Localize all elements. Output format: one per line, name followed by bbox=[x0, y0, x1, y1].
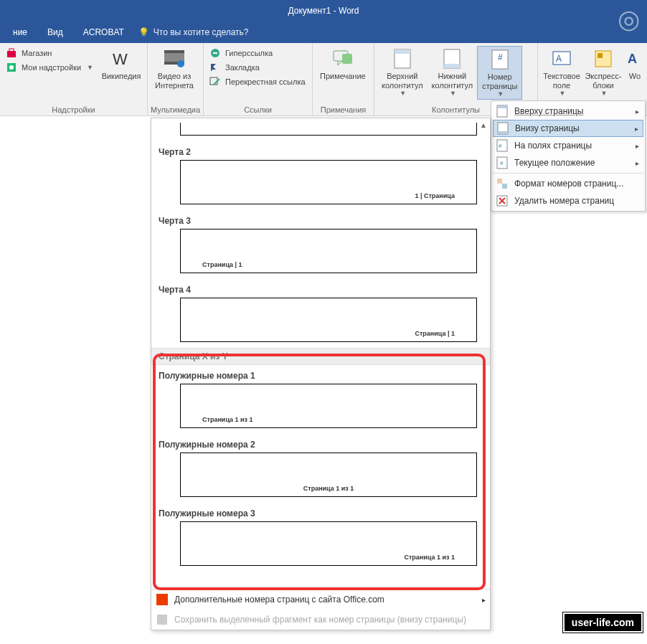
save-selection-label: Сохранить выделенный фрагмент как номер … bbox=[174, 615, 466, 625]
gallery-item-line4[interactable]: Черта 4 Страница | 1 bbox=[151, 279, 490, 342]
store-button[interactable]: Магазин bbox=[6, 47, 95, 59]
submenu-arrow-icon: ▸ bbox=[636, 142, 639, 150]
pn-page-margins[interactable]: # На полях страницы ▸ bbox=[493, 137, 643, 154]
crossref-label: Перекрестная ссылка bbox=[225, 77, 306, 86]
svg-rect-10 bbox=[211, 64, 212, 71]
svg-rect-15 bbox=[395, 49, 410, 54]
svg-rect-23 bbox=[598, 53, 603, 58]
chevron-down-icon: ▼ bbox=[559, 90, 566, 97]
pn-remove-numbers[interactable]: Удалить номера страниц bbox=[493, 192, 643, 209]
my-addins-button[interactable]: Мои надстройки▼ bbox=[6, 62, 95, 73]
footer-label: Нижний колонтитул bbox=[432, 72, 473, 90]
tell-me-label: Что вы хотите сделать? bbox=[154, 27, 249, 37]
submenu-arrow-icon: ▸ bbox=[482, 596, 486, 604]
pn-bottom-label: Внизу страницы bbox=[515, 123, 580, 133]
svg-rect-26 bbox=[497, 105, 507, 108]
textbox-icon: A bbox=[550, 47, 573, 70]
page-number-button[interactable]: # Номер страницы▼ bbox=[477, 46, 522, 100]
chevron-down-icon: ▼ bbox=[601, 90, 608, 97]
group-addins-label: Надстройки bbox=[3, 104, 144, 114]
page-number-menu: Вверху страницы ▸ Внизу страницы ▸ # На … bbox=[491, 100, 646, 212]
svg-rect-28 bbox=[498, 131, 508, 134]
lightbulb-icon: 💡 bbox=[138, 27, 149, 37]
gallery-footer: Дополнительные номера страниц с сайта Of… bbox=[151, 589, 490, 630]
gallery-section-header: Страница X из Y bbox=[151, 348, 490, 365]
pn-current-position[interactable]: # Текущее положение ▸ bbox=[493, 154, 643, 171]
decorative-swirl-icon: ◎ bbox=[618, 4, 640, 34]
crossref-button[interactable]: Перекрестная ссылка bbox=[209, 76, 306, 87]
bookmark-icon bbox=[209, 62, 221, 73]
pn-format-numbers[interactable]: Формат номеров страниц... bbox=[493, 175, 643, 192]
preview-text: Страница | 1 bbox=[202, 261, 242, 268]
gallery-item-line2[interactable]: Черта 2 1 | Страница bbox=[151, 123, 490, 204]
tab-view[interactable]: Вид bbox=[37, 22, 73, 43]
wordart-button[interactable]: A Wo bbox=[624, 46, 646, 82]
svg-rect-37 bbox=[157, 615, 167, 625]
bookmark-button[interactable]: Закладка bbox=[209, 62, 306, 73]
more-from-office-label: Дополнительные номера страниц с сайта Of… bbox=[174, 595, 384, 605]
tab-formatting[interactable]: ние bbox=[3, 22, 37, 43]
tab-acrobat[interactable]: ACROBAT bbox=[73, 22, 134, 43]
gallery-item-title: Черта 2 bbox=[151, 141, 490, 160]
svg-point-8 bbox=[177, 60, 184, 67]
pn-current-label: Текущее положение bbox=[514, 158, 595, 168]
svg-rect-6 bbox=[164, 50, 184, 53]
wordart-icon: A bbox=[623, 47, 646, 70]
comment-button[interactable]: Примечание bbox=[316, 46, 370, 82]
svg-rect-34 bbox=[502, 184, 507, 189]
wordart-label: Wo bbox=[629, 72, 641, 81]
video-icon bbox=[163, 47, 186, 70]
window-title: Документ1 - Word bbox=[288, 6, 359, 16]
chevron-down-icon: ▼ bbox=[497, 90, 504, 98]
quickparts-button[interactable]: Экспресс- блоки▼ bbox=[582, 46, 624, 98]
preview-text: 1 | Страница bbox=[415, 192, 455, 199]
pn-bottom-of-page[interactable]: Внизу страницы ▸ bbox=[493, 120, 643, 137]
header-icon bbox=[391, 47, 414, 70]
submenu-arrow-icon: ▸ bbox=[636, 159, 639, 167]
current-position-icon: # bbox=[496, 156, 509, 169]
svg-rect-11 bbox=[210, 77, 217, 85]
tell-me-search[interactable]: 💡 Что вы хотите сделать? bbox=[138, 27, 249, 37]
preview-text: Страница | 1 bbox=[415, 330, 455, 337]
submenu-arrow-icon: ▸ bbox=[636, 108, 639, 115]
chevron-down-icon: ▼ bbox=[400, 90, 406, 97]
remove-icon bbox=[496, 194, 509, 207]
hyperlink-button[interactable]: Гиперссылка bbox=[209, 47, 306, 59]
addins-icon bbox=[6, 62, 17, 73]
scroll-up-icon[interactable]: ▲ bbox=[480, 121, 487, 129]
gallery-item-bold3[interactable]: Полужирные номера 3 Страница 1 из 1 bbox=[151, 503, 490, 566]
preview-text: Страница 1 из 1 bbox=[202, 416, 253, 423]
group-links-label: Ссылки bbox=[207, 104, 309, 114]
wikipedia-button[interactable]: W Википедия bbox=[98, 46, 144, 82]
page-number-icon: # bbox=[488, 48, 511, 71]
page-number-label: Номер страницы bbox=[482, 72, 517, 90]
gallery-scroll[interactable]: Черта 2 1 | Страница Черта 3 Страница | … bbox=[151, 118, 490, 589]
svg-text:#: # bbox=[499, 143, 502, 149]
svg-text:#: # bbox=[500, 160, 504, 166]
format-icon bbox=[496, 177, 509, 190]
textbox-button[interactable]: A Текстовое поле▼ bbox=[541, 46, 582, 98]
store-label: Магазин bbox=[22, 49, 52, 57]
title-bar: Документ1 - Word bbox=[0, 0, 647, 22]
gallery-item-bold1[interactable]: Полужирные номера 1 Страница 1 из 1 bbox=[151, 365, 490, 428]
preview-text: Страница 1 из 1 bbox=[404, 554, 455, 561]
office-icon bbox=[156, 593, 169, 606]
save-icon bbox=[156, 613, 169, 626]
textbox-label: Текстовое поле bbox=[543, 72, 580, 90]
wikipedia-icon: W bbox=[110, 47, 133, 70]
more-from-office[interactable]: Дополнительные номера страниц с сайта Of… bbox=[151, 589, 490, 610]
gallery-item-title: Полужирные номера 3 bbox=[151, 503, 490, 521]
online-video-button[interactable]: Видео из Интернета bbox=[151, 46, 198, 91]
save-selection: Сохранить выделенный фрагмент как номер … bbox=[151, 610, 490, 630]
header-button[interactable]: Верхний колонтитул▼ bbox=[377, 46, 428, 98]
submenu-arrow-icon: ▸ bbox=[635, 125, 638, 133]
gallery-item-bold2[interactable]: Полужирные номера 2 Страница 1 из 1 bbox=[151, 434, 490, 497]
comment-label: Примечание bbox=[320, 72, 366, 81]
page-margins-icon: # bbox=[496, 139, 509, 152]
comment-icon bbox=[331, 47, 354, 70]
pn-top-of-page[interactable]: Вверху страницы ▸ bbox=[493, 103, 643, 120]
footer-button[interactable]: Нижний колонтитул▼ bbox=[428, 46, 478, 98]
gallery-item-line3[interactable]: Черта 3 Страница | 1 bbox=[151, 210, 490, 273]
page-number-gallery: ▲ Черта 2 1 | Страница Черта 3 Страница … bbox=[151, 118, 491, 630]
svg-point-3 bbox=[9, 65, 14, 70]
